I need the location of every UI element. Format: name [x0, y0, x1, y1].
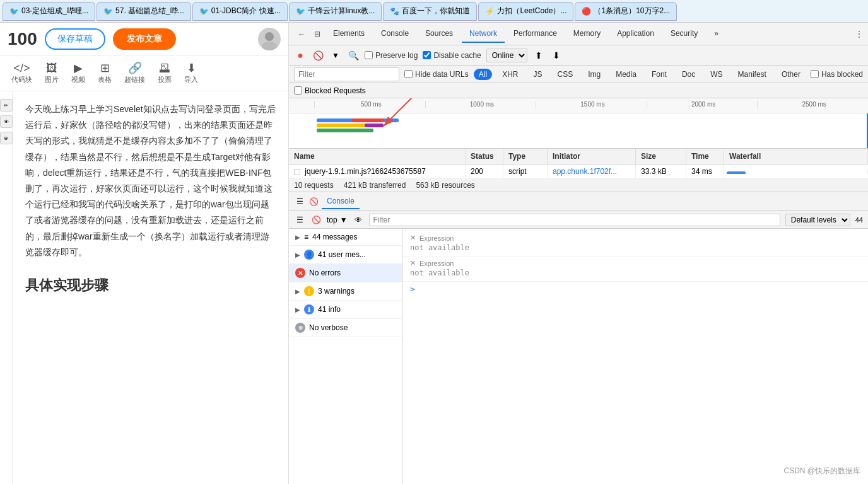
- tab-security[interactable]: Security: [663, 25, 705, 43]
- browser-tab-5[interactable]: 🐾 百度一下，你就知道: [383, 2, 477, 21]
- table-row[interactable]: jquery-1.9.1.min.js?1662453675587 200 sc…: [289, 164, 868, 179]
- close-icon-2[interactable]: ✕: [410, 259, 416, 267]
- vote-button[interactable]: 🗳 投票: [154, 60, 175, 87]
- search-button[interactable]: 🔍: [347, 49, 360, 62]
- side-tool-1[interactable]: ✏: [0, 99, 13, 112]
- console-sidebar-toggle[interactable]: ☰: [294, 196, 305, 207]
- row-name: jquery-1.9.1.min.js?1662453675587: [289, 164, 466, 178]
- filter-xhr[interactable]: XHR: [497, 69, 523, 80]
- filter-font[interactable]: Font: [647, 69, 672, 80]
- browser-tab-1[interactable]: 🐦 03-定位组成_哔哩...: [3, 2, 95, 21]
- arrow-icon-warning: ▶: [295, 288, 300, 295]
- col-header-name[interactable]: Name: [289, 149, 466, 164]
- console-prompt[interactable]: >: [402, 282, 868, 296]
- requests-count: 10 requests: [294, 181, 334, 190]
- preserve-log-label[interactable]: Preserve log: [365, 51, 418, 60]
- hide-data-urls-label[interactable]: Hide data URLs: [404, 70, 469, 79]
- save-draft-button[interactable]: 保存草稿: [45, 28, 105, 50]
- disable-cache-checkbox[interactable]: [423, 51, 431, 59]
- filter-js[interactable]: JS: [528, 69, 547, 80]
- filter-input[interactable]: [294, 67, 399, 81]
- upload-button[interactable]: ⬆: [532, 49, 545, 62]
- tab-label-4: 千锋云计算linux教...: [308, 6, 375, 16]
- image-button[interactable]: 🖼 图片: [41, 60, 62, 87]
- console-level-select[interactable]: Default levels: [785, 214, 850, 226]
- arrow-icon-user: ▶: [295, 251, 300, 258]
- filter-other[interactable]: Other: [777, 69, 806, 80]
- user-messages-label: 41 user mes...: [318, 250, 366, 259]
- throttle-select[interactable]: Online: [486, 49, 527, 62]
- side-tool-2[interactable]: 👁: [0, 115, 13, 128]
- col-header-initiator[interactable]: Initiator: [548, 149, 636, 164]
- tab-console-main[interactable]: Console: [322, 194, 360, 209]
- filter-img[interactable]: Img: [583, 69, 606, 80]
- tab-console[interactable]: Console: [373, 25, 416, 43]
- col-header-time[interactable]: Time: [686, 149, 724, 164]
- publish-button[interactable]: 发布文章: [113, 28, 176, 50]
- browser-tab-3[interactable]: 🐦 01-JDBC简介 快速...: [192, 2, 288, 21]
- console-clear-button[interactable]: 🚫: [308, 196, 319, 207]
- tab-application[interactable]: Application: [609, 25, 662, 43]
- expression-label-1: Expression: [419, 234, 454, 242]
- chevron-down-icon[interactable]: ▼: [340, 216, 348, 224]
- tab-sources[interactable]: Sources: [418, 25, 460, 43]
- browser-tab-7[interactable]: 🔴 （1条消息）10万字2...: [575, 2, 677, 21]
- devtools-back-button[interactable]: ←: [294, 27, 309, 41]
- filter-all[interactable]: All: [474, 69, 492, 80]
- blocked-requests-checkbox[interactable]: [294, 86, 302, 95]
- browser-tab-4[interactable]: 🐦 千锋云计算linux教...: [289, 2, 382, 21]
- filter-ws[interactable]: WS: [705, 69, 727, 80]
- tab-elements[interactable]: Elements: [326, 25, 372, 43]
- image-label: 图片: [45, 75, 59, 84]
- col-header-size[interactable]: Size: [636, 149, 686, 164]
- preserve-log-checkbox[interactable]: [365, 51, 373, 59]
- console-filter-input[interactable]: [369, 214, 780, 226]
- col-header-waterfall[interactable]: Waterfall: [724, 149, 868, 164]
- console-sidebar-btn[interactable]: ☰: [294, 214, 305, 226]
- disable-cache-label[interactable]: Disable cache: [423, 51, 481, 60]
- import-button[interactable]: ⬇ 导入: [180, 60, 202, 87]
- has-blocked-label[interactable]: Has blocked: [811, 70, 863, 79]
- record-button[interactable]: ●: [294, 49, 307, 62]
- filter-doc[interactable]: Doc: [677, 69, 700, 80]
- tab-memory[interactable]: Memory: [566, 25, 608, 43]
- console-item-error[interactable]: ✕ No errors: [289, 264, 402, 282]
- network-timeline: 500 ms 1000 ms 1500 ms 2000 ms 2500 ms: [289, 98, 868, 149]
- editor-content-area[interactable]: 今天晚上练习早上学习Sevelet知识点去写访问登录页面，写完后运行后，好家伙（…: [13, 91, 288, 484]
- filter-css[interactable]: CSS: [552, 69, 578, 80]
- download-button[interactable]: ⬇: [550, 49, 563, 62]
- filter-manifest[interactable]: Manifest: [733, 69, 771, 80]
- filter-button[interactable]: ▼: [329, 49, 342, 62]
- expression-label-2: Expression: [419, 260, 454, 267]
- filter-media[interactable]: Media: [611, 69, 642, 80]
- console-item-verbose[interactable]: ⚙ No verbose: [289, 319, 402, 337]
- console-item-messages[interactable]: ▶ ≡ 44 messages: [289, 229, 402, 246]
- console-stop-btn[interactable]: 🚫: [310, 214, 322, 226]
- eye-button[interactable]: 👁: [353, 214, 364, 226]
- console-item-info[interactable]: ▶ ℹ 41 info: [289, 301, 402, 319]
- context-label: top: [327, 216, 337, 224]
- code-block-button[interactable]: </> 代码块: [8, 60, 36, 87]
- console-item-warning[interactable]: ▶ ! 3 warnings: [289, 282, 402, 301]
- csdn-footer: CSDN @快乐的数据库: [783, 466, 860, 476]
- has-blocked-checkbox[interactable]: [811, 70, 819, 78]
- vote-icon: 🗳: [159, 62, 170, 74]
- col-header-type[interactable]: Type: [503, 149, 548, 164]
- image-icon: 🖼: [46, 62, 57, 74]
- video-label: 视频: [71, 75, 85, 84]
- side-tool-3[interactable]: ⊕: [0, 132, 13, 144]
- browser-tab-6[interactable]: ⚡ 力扣（LeetCode）...: [478, 2, 573, 21]
- close-icon-1[interactable]: ✕: [410, 234, 416, 242]
- link-button[interactable]: 🔗 超链接: [120, 60, 149, 87]
- tab-network[interactable]: Network: [462, 25, 505, 43]
- stop-button[interactable]: 🚫: [312, 49, 324, 62]
- console-item-user[interactable]: ▶ 👤 41 user mes...: [289, 246, 402, 264]
- video-button[interactable]: ▶ 视频: [67, 60, 89, 87]
- tab-more[interactable]: »: [707, 25, 726, 43]
- table-button[interactable]: ⊞ 表格: [94, 60, 115, 87]
- tab-performance[interactable]: Performance: [506, 25, 565, 43]
- browser-tab-2[interactable]: 🐦 57. 基础篇总结_哔...: [97, 2, 191, 21]
- devtools-dock-button[interactable]: ⊟: [310, 27, 324, 41]
- col-header-status[interactable]: Status: [466, 149, 503, 164]
- hide-data-urls-checkbox[interactable]: [404, 70, 413, 78]
